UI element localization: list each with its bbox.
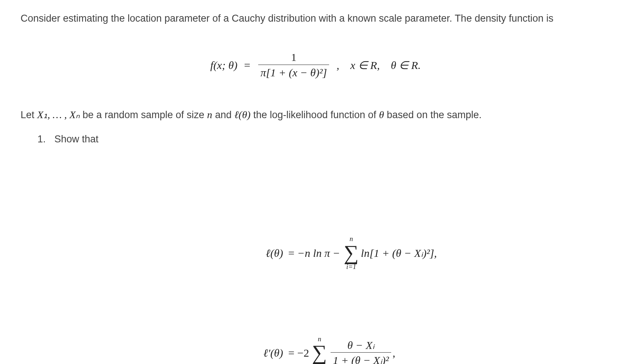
n-var: n [207, 109, 212, 120]
theta-var: θ [379, 109, 384, 120]
intro-paragraph-1: Consider estimating the location paramet… [21, 10, 599, 27]
equals-sign: = [241, 58, 253, 72]
document-page: Consider estimating the location paramet… [0, 0, 620, 364]
density-lhs: f(x; θ) [210, 58, 238, 72]
density-equation: f(x; θ) = 1 π[1 + (x − θ)²] , x ∈ R, θ ∈… [21, 37, 599, 93]
derivation-block: ℓ(θ) = −n ln π − n ∑ i=1 ln[1 + (θ − Xᵢ)… [54, 158, 599, 364]
p2-part-d: the log-likelihood function of [253, 109, 379, 120]
problem-list: Show that ℓ(θ) = −n ln π − n ∑ i=1 [21, 131, 599, 364]
sample-notation: X₁, … , Xₙ [37, 109, 80, 120]
r2-den: 1 + (θ − Xᵢ)² [331, 352, 391, 364]
equals-sign: = [285, 246, 298, 260]
r1-pre: −n ln π − [298, 246, 340, 260]
p2-part-b: be a random sample of size [83, 109, 207, 120]
eq-row-score: ℓ′(θ) = −2 n ∑ i=1 θ − Xᵢ 1 + (θ − X [239, 336, 437, 364]
density-denominator: π[1 + (x − θ)²] [258, 65, 329, 79]
r2-fraction: θ − Xᵢ 1 + (θ − Xᵢ)² [331, 339, 391, 364]
intro-paragraph-2: Let X₁, … , Xₙ be a random sample of siz… [21, 106, 599, 124]
problem-item-1: Show that ℓ(θ) = −n ln π − n ∑ i=1 [48, 131, 599, 364]
ell-theta: ℓ(θ) [234, 109, 250, 120]
sum-operator: n ∑ i=1 [312, 336, 327, 364]
sum-lower: i=1 [346, 263, 356, 270]
r2-tail: , [393, 346, 396, 360]
p2-part-e: based on the sample. [387, 109, 482, 120]
density-numerator: 1 [289, 51, 299, 65]
density-fraction: 1 π[1 + (x − θ)²] [258, 51, 329, 79]
r1-post: ln[1 + (θ − Xᵢ)²], [361, 246, 437, 260]
density-domain: , x ∈ R, θ ∈ R. [336, 58, 421, 72]
r2-pre: −2 [298, 346, 309, 360]
p2-part-c: and [215, 109, 234, 120]
equals-sign: = [285, 346, 298, 360]
p2-part-a: Let [21, 109, 37, 120]
sum-operator: n ∑ i=1 [344, 236, 359, 270]
r2-num: θ − Xᵢ [345, 339, 376, 353]
eq-row-loglik: ℓ(θ) = −n ln π − n ∑ i=1 ln[1 + (θ − Xᵢ)… [239, 236, 437, 270]
r2-lhs: ℓ′(θ) [239, 346, 285, 360]
r1-lhs: ℓ(θ) [239, 246, 285, 260]
item1-text: Show that [54, 134, 98, 145]
